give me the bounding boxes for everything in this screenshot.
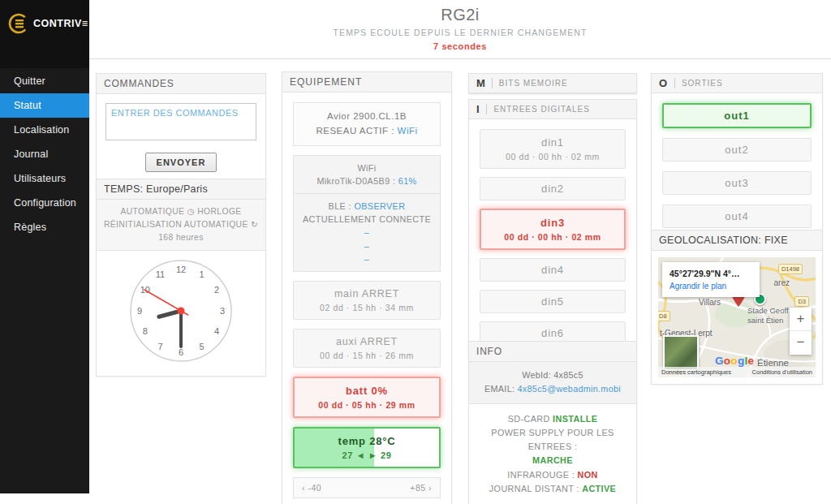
map-attribution-bar: Données cartographiques Conditions d'uti… <box>658 367 816 377</box>
scale-max: +85 › <box>410 483 432 493</box>
din5-label: din5 <box>484 295 622 308</box>
svg-text:2: 2 <box>214 285 219 295</box>
sidebar-menu: Quitter Statut Localisation Journal Util… <box>0 69 89 239</box>
out1-box[interactable]: out1 <box>662 103 812 128</box>
out2-box[interactable]: out2 <box>662 138 812 162</box>
sidebar-item-regles[interactable]: Règles <box>0 215 89 239</box>
memory-bits-header[interactable]: M BITS MEMOIRE <box>469 74 636 93</box>
din1-box: din1 00 dd · 00 hh · 02 mm <box>480 129 626 169</box>
info-identity-section: WebId: 4x85c5 EMAIL: 4x85c5@webadmin.mob… <box>469 362 636 404</box>
map-zoom-control: + − <box>790 308 812 355</box>
main-power-time: 02 dd · 15 hh · 34 mm <box>297 303 437 312</box>
sidebar: CONTRIV≡ Quitter Statut Localisation Jou… <box>0 0 89 493</box>
road-badge-d1498: D1498 <box>778 264 803 274</box>
info-panel: INFO WebId: 4x85c5 EMAIL: 4x85c5@webadmi… <box>468 341 637 504</box>
svg-text:4: 4 <box>214 326 219 336</box>
svg-text:11: 11 <box>156 269 165 279</box>
temperature-scale-box: ‹ -40 +85 › <box>293 477 441 498</box>
battery-alert-box: batt 0% 00 dd · 05 hh · 29 mm <box>293 377 441 418</box>
out4-box[interactable]: out4 <box>662 205 812 228</box>
svg-text:6: 6 <box>179 347 183 356</box>
google-logo: Google <box>715 355 754 367</box>
elapsed-caption: TEMPS ECOULE DEPUIS LE DERNIER CHANGEMEN… <box>89 28 831 37</box>
auxi-power-state: auxi ARRET <box>297 336 437 347</box>
din2-label: din2 <box>484 183 622 195</box>
digital-inputs-header[interactable]: I ENTREES DIGITALES <box>469 100 636 119</box>
clock-face: 123456789101112 <box>127 257 235 364</box>
main-power-state: main ARRET <box>297 288 437 299</box>
commands-panel-title: COMMANDES <box>97 74 265 94</box>
geolocation-panel-title: GEOLOCALISATION: FIXE <box>652 230 822 251</box>
commands-input[interactable] <box>105 103 256 140</box>
map-data-attribution[interactable]: Données cartographiques <box>661 368 731 376</box>
svg-text:5: 5 <box>199 342 204 351</box>
email-label: EMAIL: <box>484 384 518 394</box>
road-badge-d8: D8 <box>658 311 670 321</box>
din1-label: din1 <box>484 136 622 149</box>
ble-slot-3: – <box>298 252 436 265</box>
din4-label: din4 <box>484 264 622 276</box>
memory-bits-label: BITS MEMOIRE <box>499 79 568 88</box>
sidebar-item-configuration[interactable]: Configuration <box>0 191 89 215</box>
time-panel-title: TEMPS: Europe/Paris <box>97 179 265 200</box>
svg-text:12: 12 <box>176 264 186 274</box>
digital-inputs-panel: I ENTREES DIGITALES din1 00 dd · 00 hh ·… <box>468 99 637 355</box>
sdcard-label: SD-CARD <box>508 414 553 424</box>
page-title: RG2i <box>89 6 831 24</box>
satellite-thumbnail[interactable] <box>663 335 699 371</box>
din6-label: din6 <box>484 327 622 339</box>
memory-bits-letter: M <box>476 77 485 89</box>
din3-label: din3 <box>484 217 621 229</box>
infrared-label: INFRAROUGE : <box>507 470 577 480</box>
send-button[interactable]: ENVOYER <box>145 153 217 172</box>
sidebar-item-utilisateurs[interactable]: Utilisateurs <box>0 166 89 191</box>
equipment-panel: EQUIPEMENT Avior 2900.CL.1B RESEAU ACTIF… <box>282 71 452 504</box>
sidebar-item-journal[interactable]: Journal <box>0 142 89 166</box>
outputs-letter: O <box>659 77 668 89</box>
enlarge-map-link[interactable]: Agrandir le plan <box>670 282 752 291</box>
memory-bits-panel: M BITS MEMOIRE <box>468 73 637 94</box>
email-value[interactable]: 4x85c5@webadmin.mobi <box>518 384 621 394</box>
din3-box: din3 00 dd · 00 hh · 02 mm <box>480 209 626 250</box>
wifi-ssid-label: MikroTik-D0A5B9 : <box>316 176 398 186</box>
out3-box[interactable]: out3 <box>662 171 812 195</box>
info-status-section: SD-CARD INSTALLE POWER SUPPLY POUR LES E… <box>469 404 636 504</box>
map-label-stade: Stade Geoffsaint Étien <box>747 306 789 325</box>
outputs-panel: O SORTIES out1 out2 out3 out4 <box>651 73 823 240</box>
svg-text:9: 9 <box>137 305 142 315</box>
ble-connected-label: ACTUELLEMENT CONNECTE <box>298 213 436 226</box>
map-canvas[interactable]: 45°27'29.9"N 4°… Agrandir le plan D1498 … <box>658 257 816 377</box>
sidebar-item-localisation[interactable]: Localisation <box>0 118 89 142</box>
zoom-in-button[interactable]: + <box>790 308 812 330</box>
brand-logo: CONTRIV≡ <box>0 0 89 68</box>
svg-text:1: 1 <box>199 269 204 279</box>
map-terms-link[interactable]: Conditions d'utilisation <box>752 368 812 376</box>
scale-min: ‹ -40 <box>302 483 321 493</box>
map-label-arez: arez <box>774 278 790 287</box>
device-status-box: Avior 2900.CL.1B RESEAU ACTIF : WiFi <box>293 102 441 146</box>
din4-box: din4 <box>480 258 626 282</box>
road-badge-d3: D3 <box>794 296 809 307</box>
zoom-out-button[interactable]: − <box>790 331 812 354</box>
outputs-label: SORTIES <box>682 79 723 88</box>
header-separator <box>674 78 675 88</box>
ble-slot-2: – <box>298 239 436 252</box>
din5-box: din5 <box>480 290 626 313</box>
brand-wordmark: CONTRIV≡ <box>33 18 87 29</box>
wifi-title: WiFi <box>298 162 436 174</box>
outputs-header[interactable]: O SORTIES <box>652 74 822 93</box>
map-label-villars: Villars <box>699 298 721 307</box>
digital-inputs-label: ENTREES DIGITALES <box>493 105 590 114</box>
sidebar-item-statut[interactable]: Statut <box>0 93 89 118</box>
wifi-signal-value: 61% <box>398 176 417 186</box>
time-auto-note: AUTOMATIQUE ◷ HORLOGE RÉINITIALISATION A… <box>97 200 265 251</box>
info-panel-title: INFO <box>469 342 636 362</box>
auxi-power-box: auxi ARRET 00 dd · 15 hh · 26 mm <box>293 329 441 368</box>
svg-text:3: 3 <box>220 305 225 315</box>
app-root: CONTRIV≡ Quitter Statut Localisation Jou… <box>0 0 831 504</box>
battery-level: batt 0% <box>298 385 436 397</box>
sdcard-value: INSTALLE <box>553 414 597 424</box>
sidebar-item-quitter[interactable]: Quitter <box>0 69 89 93</box>
ble-label: BLE : <box>329 201 355 211</box>
contrive-logo-icon <box>8 13 29 34</box>
